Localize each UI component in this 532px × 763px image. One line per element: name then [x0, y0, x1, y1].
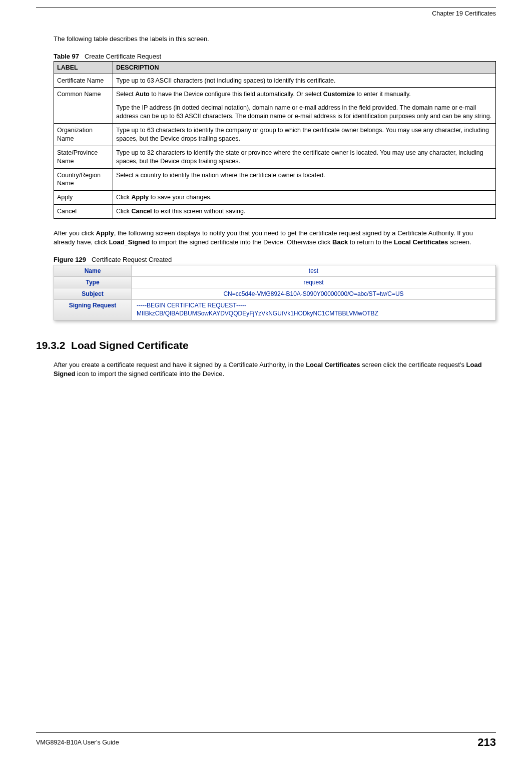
cell-label: Common Name	[54, 88, 113, 124]
cell-desc: Click Apply to save your changes.	[113, 191, 496, 205]
section-heading: 19.3.2 Load Signed Certificate	[36, 339, 496, 351]
figure-label-type: Type	[54, 277, 132, 288]
table-caption-num: Table 97	[54, 53, 79, 60]
table-row: Organization Name Type up to 63 characte…	[54, 124, 496, 146]
page-footer: VMG8924-B10A User's Guide 213	[36, 732, 496, 749]
figure-value-name: test	[132, 265, 495, 276]
table-row: Country/Region Name Select a country to …	[54, 168, 496, 191]
table-row: Certificate Name Type up to 63 ASCII cha…	[54, 74, 496, 88]
table-row: Apply Click Apply to save your changes.	[54, 191, 496, 205]
cell-desc: Type up to 63 characters to identify the…	[113, 124, 496, 146]
cell-desc: Select Auto to have the Device configure…	[113, 88, 496, 124]
after-table-paragraph: After you click Apply, the following scr…	[54, 229, 496, 247]
figure-screenshot: Name test Type request Subject CN=cc5d4e…	[54, 265, 496, 320]
footer-guide-name: VMG8924-B10A User's Guide	[36, 739, 119, 746]
table-row: Common Name Select Auto to have the Devi…	[54, 88, 496, 124]
figure-caption-num: Figure 129	[54, 256, 86, 263]
table-header-row: LABEL DESCRIPTION	[54, 61, 496, 74]
intro-text: The following table describes the labels…	[54, 35, 496, 44]
table-row: State/Province Name Type up to 32 charac…	[54, 146, 496, 168]
table-caption: Table 97 Create Certificate Request	[54, 53, 496, 60]
cell-desc: Type up to 63 ASCII characters (not incl…	[113, 74, 496, 88]
figure-value-signing: -----BEGIN CERTIFICATE REQUEST----- MIIB…	[132, 300, 495, 319]
cell-label: Cancel	[54, 205, 113, 219]
figure-row-type: Type request	[54, 277, 495, 288]
figure-caption-title: Certificate Request Created	[92, 256, 172, 263]
figure-label-signing: Signing Request	[54, 300, 132, 319]
table-caption-title: Create Certificate Request	[85, 53, 161, 60]
section-title: Load Signed Certificate	[71, 339, 189, 351]
cell-desc: Type up to 32 characters to identify the…	[113, 146, 496, 168]
section-number: 19.3.2	[36, 339, 65, 351]
figure-row-name: Name test	[54, 265, 495, 277]
cell-label: Country/Region Name	[54, 168, 113, 191]
figure-label-name: Name	[54, 265, 132, 276]
figure-row-subject: Subject CN=cc5d4e-VMG8924-B10A-S090Y0000…	[54, 288, 495, 300]
figure-value-subject: CN=cc5d4e-VMG8924-B10A-S090Y00000000/O=a…	[132, 288, 495, 299]
cell-label: Apply	[54, 191, 113, 205]
figure-value-type: request	[132, 277, 495, 288]
figure-caption: Figure 129 Certificate Request Created	[54, 256, 496, 263]
cell-label: Certificate Name	[54, 74, 113, 88]
page-number: 213	[477, 736, 496, 749]
th-label: LABEL	[54, 61, 113, 74]
chapter-header: Chapter 19 Certificates	[36, 10, 496, 17]
table-row: Cancel Click Cancel to exit this screen …	[54, 205, 496, 219]
cell-label: Organization Name	[54, 124, 113, 146]
table-97: LABEL DESCRIPTION Certificate Name Type …	[54, 61, 496, 219]
th-description: DESCRIPTION	[113, 61, 496, 74]
figure-row-signing: Signing Request -----BEGIN CERTIFICATE R…	[54, 300, 495, 319]
cell-desc: Click Cancel to exit this screen without…	[113, 205, 496, 219]
figure-label-subject: Subject	[54, 288, 132, 299]
cell-label: State/Province Name	[54, 146, 113, 168]
section-paragraph: After you create a certificate request a…	[54, 360, 496, 378]
cell-desc: Select a country to identify the nation …	[113, 168, 496, 191]
